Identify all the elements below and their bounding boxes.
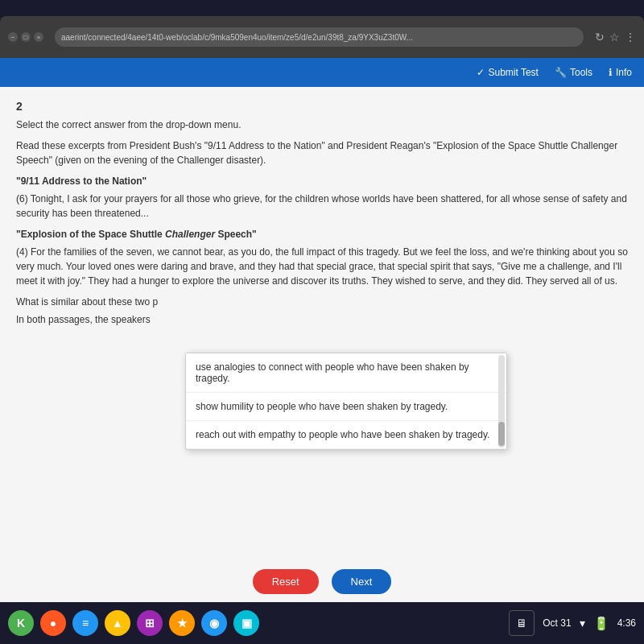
taskbar-grid-icon[interactable]: ⊞ bbox=[137, 610, 163, 636]
wifi-icon: ▾ bbox=[580, 617, 585, 630]
window-controls: − □ × bbox=[8, 32, 43, 42]
dropdown-option-3[interactable]: reach out with empathy to people who hav… bbox=[186, 421, 506, 449]
minimize-button[interactable]: − bbox=[8, 32, 18, 42]
browser-actions: ↻ ☆ ⋮ bbox=[595, 31, 636, 43]
dropdown-thumb bbox=[498, 422, 505, 446]
refresh-icon[interactable]: ↻ bbox=[595, 31, 605, 43]
taskbar-triangle-icon[interactable]: ▲ bbox=[105, 610, 130, 636]
taskbar-doc-icon[interactable]: ≡ bbox=[72, 610, 98, 636]
browser-chrome: − □ × aaerint/connected/4aee/14t0-web/oc… bbox=[0, 16, 644, 58]
dropdown-menu[interactable]: use analogies to connect with people who… bbox=[185, 353, 507, 450]
address-text: aaerint/connected/4aee/14t0-web/oclab/c/… bbox=[61, 33, 413, 42]
taskbar-square-icon[interactable]: ▣ bbox=[233, 610, 259, 636]
taskbar-date: Oct 31 bbox=[543, 617, 571, 629]
question-partial: What is similar about these two p bbox=[16, 296, 628, 308]
taskbar-circle-icon[interactable]: ● bbox=[40, 610, 66, 636]
nav-bar: ✓ Submit Test 🔧 Tools ℹ Info bbox=[0, 58, 644, 87]
close-button[interactable]: × bbox=[34, 32, 43, 42]
tools-icon: 🔧 bbox=[555, 67, 567, 78]
monitor-icon: 🖥 bbox=[516, 617, 527, 630]
dropdown-scrollbar[interactable] bbox=[498, 355, 505, 448]
info-label: Info bbox=[616, 67, 632, 78]
submit-icon: ✓ bbox=[477, 67, 485, 78]
taskbar: K ● ≡ ▲ ⊞ ★ ◉ ▣ 🖥 Oct 31 ▾ 🔋 bbox=[0, 602, 644, 644]
content-area: 2 Select the correct answer from the dro… bbox=[0, 87, 644, 602]
speech1-text: (6) Tonight, I ask for your prayers for … bbox=[16, 192, 628, 221]
submit-test-label: Submit Test bbox=[488, 67, 538, 78]
battery-icon: 🔋 bbox=[593, 616, 609, 631]
address-bar[interactable]: aaerint/connected/4aee/14t0-web/oclab/c/… bbox=[55, 27, 584, 47]
taskbar-right: 🖥 Oct 31 ▾ 🔋 4:36 bbox=[509, 610, 636, 636]
menu-icon[interactable]: ⋮ bbox=[625, 31, 636, 43]
instruction-text: Select the correct answer from the drop-… bbox=[16, 119, 628, 130]
reset-button[interactable]: Reset bbox=[253, 569, 319, 594]
taskbar-circle2-icon[interactable]: ◉ bbox=[201, 610, 227, 636]
bookmark-icon[interactable]: ☆ bbox=[609, 31, 620, 43]
passage-intro: Read these excerpts from President Bush'… bbox=[16, 138, 628, 167]
dropdown-option-2[interactable]: show humility to people who have been sh… bbox=[186, 393, 506, 421]
question-number: 2 bbox=[16, 100, 628, 113]
button-row: Reset Next bbox=[0, 569, 644, 594]
speech2-title: "Explosion of the Space Shuttle Challeng… bbox=[16, 229, 628, 240]
info-button[interactable]: ℹ Info bbox=[609, 67, 632, 78]
system-tray-icon[interactable]: 🖥 bbox=[509, 610, 535, 636]
taskbar-k-icon[interactable]: K bbox=[8, 610, 34, 636]
next-button[interactable]: Next bbox=[332, 569, 392, 594]
info-icon: ℹ bbox=[609, 67, 613, 78]
speech1-title: "9/11 Address to the Nation" bbox=[16, 175, 628, 187]
laptop-frame: − □ × aaerint/connected/4aee/14t0-web/oc… bbox=[0, 16, 644, 644]
tools-label: Tools bbox=[570, 67, 592, 78]
taskbar-time: 4:36 bbox=[617, 617, 636, 629]
tools-button[interactable]: 🔧 Tools bbox=[555, 67, 592, 78]
dropdown-option-1[interactable]: use analogies to connect with people who… bbox=[186, 353, 506, 393]
maximize-button[interactable]: □ bbox=[21, 32, 31, 42]
submit-test-button[interactable]: ✓ Submit Test bbox=[477, 67, 538, 78]
answer-partial: In both passages, the speakers bbox=[16, 314, 628, 325]
taskbar-star-icon[interactable]: ★ bbox=[169, 610, 195, 636]
speech2-text: (4) For the families of the seven, we ca… bbox=[16, 245, 628, 288]
challenger-italic: Challenger bbox=[165, 229, 215, 240]
